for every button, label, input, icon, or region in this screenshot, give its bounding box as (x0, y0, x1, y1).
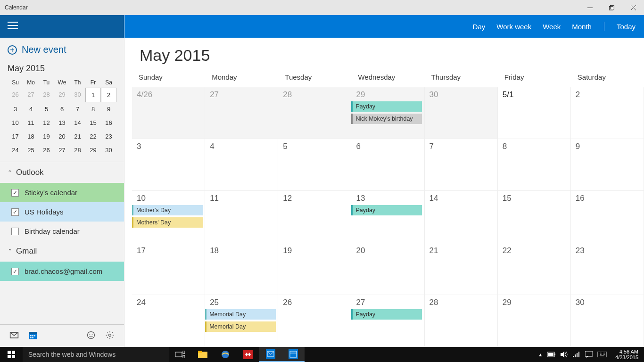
battery-icon[interactable] (547, 352, 556, 357)
day-cell[interactable]: 10Mother's DayMothers' Day (132, 191, 205, 243)
event-chip[interactable]: Memorial Day (205, 309, 276, 320)
day-cell[interactable]: 9 (571, 139, 644, 191)
mini-day-cell[interactable]: 17 (8, 130, 23, 143)
mini-day-cell[interactable]: 5 (39, 102, 54, 116)
day-cell[interactable]: 7 (425, 139, 498, 191)
event-chip[interactable]: Memorial Day (205, 321, 276, 332)
view-day[interactable]: Day (473, 23, 486, 31)
day-cell[interactable]: 18 (205, 243, 278, 295)
mini-day-cell[interactable]: 27 (23, 88, 39, 102)
mini-day-cell[interactable]: 28 (39, 88, 54, 102)
feedback-icon[interactable] (86, 330, 96, 342)
tray-clock[interactable]: 4:56 AM 4/23/2015 (611, 349, 642, 360)
calendar-item[interactable]: ✓brad.chacos@gmail.com (0, 262, 124, 281)
event-chip[interactable]: Payday (351, 101, 422, 112)
mini-day-cell[interactable]: 14 (70, 116, 85, 130)
mini-day-cell[interactable]: 20 (54, 130, 70, 143)
day-cell[interactable]: 11 (205, 191, 278, 243)
mini-day-cell[interactable]: 15 (85, 116, 101, 130)
mini-day-cell[interactable]: 8 (85, 102, 101, 116)
checkbox[interactable] (11, 228, 19, 235)
mini-day-cell[interactable]: 4 (23, 102, 39, 116)
checkbox[interactable]: ✓ (11, 268, 19, 275)
event-chip[interactable]: Mother's Day (132, 205, 203, 215)
mini-day-cell[interactable]: 29 (85, 143, 101, 157)
day-cell[interactable]: 4/26 (132, 87, 205, 139)
day-cell[interactable]: 25Memorial DayMemorial Day (205, 295, 278, 347)
day-cell[interactable]: 26 (278, 295, 351, 347)
maximize-button[interactable] (601, 0, 622, 15)
day-cell[interactable]: 16 (571, 191, 644, 243)
day-cell[interactable]: 22 (498, 243, 571, 295)
day-cell[interactable]: 28 (425, 295, 498, 347)
view-week[interactable]: Week (543, 23, 561, 31)
day-cell[interactable]: 27Payday (351, 295, 424, 347)
day-cell[interactable]: 13Payday (351, 191, 424, 243)
mini-day-cell[interactable]: 30 (70, 88, 85, 102)
account-header[interactable]: ⌃Outlook (0, 162, 124, 183)
day-cell[interactable]: 20 (351, 243, 424, 295)
start-button[interactable] (0, 347, 23, 362)
day-cell[interactable]: 5 (278, 139, 351, 191)
mini-day-cell[interactable]: 22 (85, 130, 101, 143)
event-chip[interactable]: Payday (351, 309, 422, 320)
minimize-button[interactable] (579, 0, 601, 15)
event-chip[interactable]: Nick Mokey's birthday (351, 114, 422, 124)
day-cell[interactable]: 14 (425, 191, 498, 243)
view-workweek[interactable]: Work week (496, 23, 531, 31)
view-today[interactable]: Today (617, 23, 636, 31)
checkbox[interactable]: ✓ (11, 189, 19, 197)
mini-day-cell[interactable]: 21 (70, 130, 85, 143)
mini-day-cell[interactable]: 24 (8, 143, 23, 157)
mini-day-cell[interactable]: 26 (39, 143, 54, 157)
keyboard-icon[interactable] (597, 352, 607, 357)
mini-day-cell[interactable]: 26 (8, 88, 23, 102)
tray-chevron-icon[interactable]: ▲ (538, 352, 543, 357)
mini-day-cell[interactable]: 7 (70, 102, 85, 116)
day-cell[interactable]: 8 (498, 139, 571, 191)
mini-day-cell[interactable]: 30 (101, 143, 116, 157)
mini-day-cell[interactable]: 3 (8, 102, 23, 116)
mini-day-cell[interactable]: 29 (54, 88, 70, 102)
calendar-app-icon[interactable] (282, 347, 305, 362)
day-cell[interactable]: 24 (132, 295, 205, 347)
volume-icon[interactable] (561, 351, 568, 358)
mini-day-cell[interactable]: 16 (101, 116, 116, 130)
day-cell[interactable]: 3 (132, 139, 205, 191)
day-cell[interactable]: 5/1 (498, 87, 571, 139)
day-cell[interactable]: 23 (571, 243, 644, 295)
day-cell[interactable]: 4 (205, 139, 278, 191)
mini-day-cell[interactable]: 9 (101, 102, 116, 116)
mini-day-cell[interactable]: 18 (23, 130, 39, 143)
event-chip[interactable]: Mothers' Day (132, 217, 203, 228)
account-header[interactable]: ⌃Gmail (0, 241, 124, 262)
hamburger-icon[interactable] (8, 22, 18, 31)
day-cell[interactable]: 2 (571, 87, 644, 139)
mini-day-cell[interactable]: 23 (101, 130, 116, 143)
day-cell[interactable]: 30 (571, 295, 644, 347)
calendar-icon[interactable] (28, 330, 38, 342)
day-cell[interactable]: 29PaydayNick Mokey's birthday (351, 87, 424, 139)
day-cell[interactable]: 30 (425, 87, 498, 139)
calendar-item[interactable]: ✓Sticky's calendar (0, 183, 124, 202)
new-event-button[interactable]: + New event (0, 38, 124, 62)
day-cell[interactable]: 21 (425, 243, 498, 295)
day-cell[interactable]: 6 (351, 139, 424, 191)
mini-day-cell[interactable]: 12 (39, 116, 54, 130)
mini-day-cell[interactable]: 27 (54, 143, 70, 157)
checkbox[interactable]: ✓ (11, 208, 19, 216)
wifi-icon[interactable] (573, 352, 580, 357)
mini-day-cell[interactable]: 1 (85, 88, 101, 102)
mini-day-cell[interactable]: 13 (54, 116, 70, 130)
ie-icon[interactable] (214, 347, 237, 362)
day-cell[interactable]: 17 (132, 243, 205, 295)
event-chip[interactable]: Payday (351, 205, 422, 215)
mini-day-cell[interactable]: 25 (23, 143, 39, 157)
day-cell[interactable]: 27 (205, 87, 278, 139)
mini-day-cell[interactable]: 2 (101, 88, 116, 102)
app-icon-red[interactable] (237, 347, 259, 362)
mini-month-title[interactable]: May 2015 (8, 64, 116, 74)
action-center-icon[interactable] (585, 351, 593, 358)
mini-day-cell[interactable]: 10 (8, 116, 23, 130)
calendar-item[interactable]: Birthday calendar (0, 222, 124, 241)
